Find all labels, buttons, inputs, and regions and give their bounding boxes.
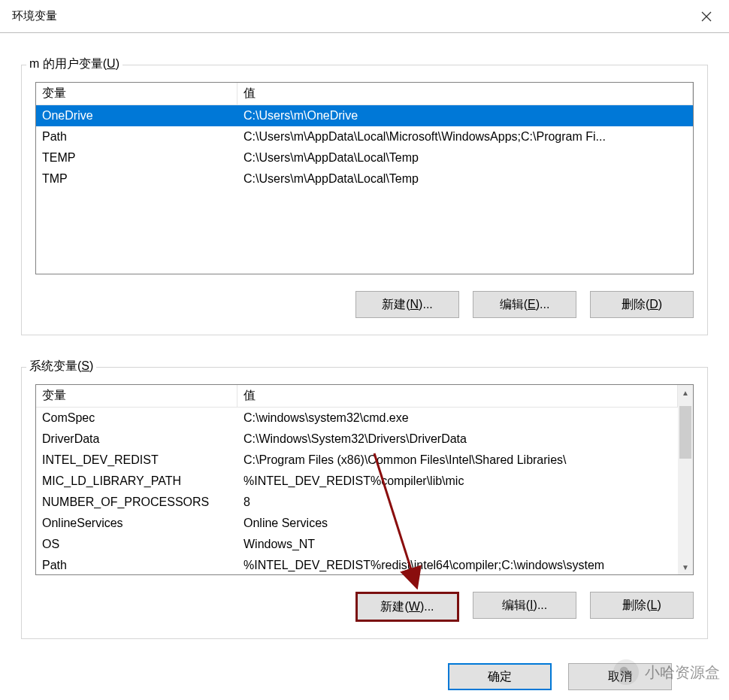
user-new-button[interactable]: 新建(N)... — [355, 291, 459, 318]
label-accel: S — [81, 359, 89, 372]
scroll-down-icon[interactable]: ▼ — [678, 559, 693, 574]
label-text: ) — [116, 57, 119, 70]
user-delete-button[interactable]: 删除(D) — [590, 291, 694, 318]
scroll-thumb[interactable] — [679, 406, 691, 459]
table-row[interactable]: INTEL_DEV_REDISTC:\Program Files (x86)\C… — [36, 450, 678, 471]
table-row[interactable]: NUMBER_OF_PROCESSORS8 — [36, 492, 678, 513]
list-header: 变量 值 — [36, 83, 693, 105]
cell-variable: OS — [36, 536, 237, 553]
user-variables-list[interactable]: 变量 值 OneDriveC:\Users\m\OneDrivePathC:\U… — [35, 82, 694, 274]
cell-value: 8 — [237, 494, 678, 511]
user-edit-button[interactable]: 编辑(E)... — [473, 291, 576, 318]
cell-variable: ComSpec — [36, 410, 237, 426]
cell-value: C:\windows\system32\cmd.exe — [237, 410, 678, 426]
cell-value: C:\Windows\System32\Drivers\DriverData — [237, 431, 678, 447]
header-value[interactable]: 值 — [237, 385, 678, 407]
table-row[interactable]: TMPC:\Users\m\AppData\Local\Temp — [36, 168, 693, 189]
user-variables-label: m 的用户变量(U) — [26, 56, 123, 72]
cell-value: C:\Users\m\AppData\Local\Temp — [237, 171, 693, 187]
scrollbar-vertical[interactable]: ▲ ▼ — [678, 385, 693, 574]
table-row[interactable]: OneDriveC:\Users\m\OneDrive — [36, 105, 693, 126]
system-new-button[interactable]: 新建(W)... — [355, 592, 459, 622]
system-delete-button[interactable]: 删除(L) — [590, 592, 694, 619]
list-header: 变量 值 — [36, 385, 678, 408]
table-row[interactable]: ComSpecC:\windows\system32\cmd.exe — [36, 408, 678, 429]
window-title: 环境变量 — [12, 9, 57, 23]
header-variable[interactable]: 变量 — [36, 83, 237, 105]
cell-value: Online Services — [237, 515, 678, 532]
scroll-up-icon[interactable]: ▲ — [678, 385, 693, 400]
cell-variable: TMP — [36, 171, 237, 187]
cell-variable: OneDrive — [36, 108, 237, 124]
cell-variable: NUMBER_OF_PROCESSORS — [36, 494, 237, 511]
header-value[interactable]: 值 — [237, 83, 693, 105]
cell-variable: Path — [36, 129, 237, 145]
cell-value: Windows_NT — [237, 536, 678, 553]
cell-value: %INTEL_DEV_REDIST%compiler\lib\mic — [237, 473, 678, 489]
table-row[interactable]: PathC:\Users\m\AppData\Local\Microsoft\W… — [36, 126, 693, 147]
table-row[interactable]: Path%INTEL_DEV_REDIST%redist\intel64\com… — [36, 555, 678, 574]
cell-value: C:\Users\m\OneDrive — [237, 108, 693, 124]
user-variables-group: m 的用户变量(U) 变量 值 OneDriveC:\Users\m\OneDr… — [21, 65, 708, 335]
cell-variable: DriverData — [36, 431, 237, 447]
ok-button[interactable]: 确定 — [448, 663, 552, 690]
cell-variable: Path — [36, 557, 237, 574]
label-accel: U — [107, 57, 116, 70]
system-variables-label: 系统变量(S) — [26, 359, 96, 374]
system-edit-button[interactable]: 编辑(I)... — [473, 592, 576, 619]
table-row[interactable]: TEMPC:\Users\m\AppData\Local\Temp — [36, 147, 693, 168]
table-row[interactable]: OnlineServicesOnline Services — [36, 513, 678, 534]
titlebar: 环境变量 — [0, 0, 729, 33]
table-row[interactable]: DriverDataC:\Windows\System32\Drivers\Dr… — [36, 429, 678, 450]
cell-variable: OnlineServices — [36, 515, 237, 532]
label-text: m 的用户变量( — [29, 57, 107, 70]
label-text: ) — [89, 359, 93, 372]
table-row[interactable]: OSWindows_NT — [36, 534, 678, 555]
cell-value: C:\Program Files (x86)\Common Files\Inte… — [237, 452, 678, 468]
cell-variable: MIC_LD_LIBRARY_PATH — [36, 473, 237, 489]
close-icon[interactable] — [684, 0, 729, 33]
system-variables-group: 系统变量(S) 变量 值 ComSpecC:\windows\system32\… — [21, 367, 708, 639]
cell-value: C:\Users\m\AppData\Local\Temp — [237, 150, 693, 166]
label-text: 系统变量( — [29, 359, 81, 372]
cell-value: %INTEL_DEV_REDIST%redist\intel64\compile… — [237, 557, 678, 574]
cell-value: C:\Users\m\AppData\Local\Microsoft\Windo… — [237, 129, 693, 145]
table-row[interactable]: MIC_LD_LIBRARY_PATH%INTEL_DEV_REDIST%com… — [36, 471, 678, 492]
header-variable[interactable]: 变量 — [36, 385, 237, 407]
cancel-button[interactable]: 取消 — [568, 663, 672, 690]
system-variables-list[interactable]: 变量 值 ComSpecC:\windows\system32\cmd.exeD… — [35, 384, 694, 575]
cell-variable: TEMP — [36, 150, 237, 166]
cell-variable: INTEL_DEV_REDIST — [36, 452, 237, 468]
